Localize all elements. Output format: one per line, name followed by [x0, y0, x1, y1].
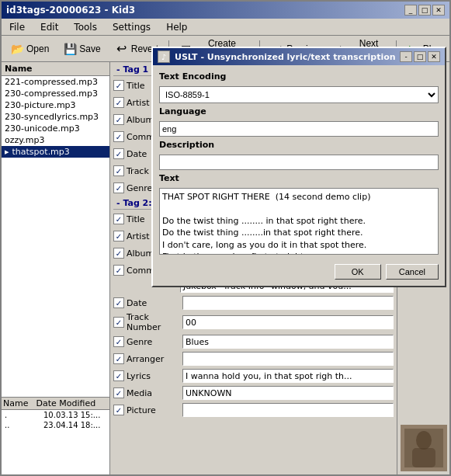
tag1-trackn-checkbox[interactable] — [113, 165, 124, 176]
tag2-tracknum-input[interactable]: 00 — [182, 315, 394, 329]
dialog-minimize[interactable]: - — [400, 51, 412, 62]
description-input[interactable] — [159, 155, 439, 170]
dialog-maximize[interactable]: □ — [414, 51, 426, 62]
dotdot-entry: .. — [5, 421, 43, 429]
dot-date: 10.03.13 15:... — [43, 411, 100, 419]
tag2-arranger-input[interactable] — [182, 352, 394, 366]
bottom-file-panel: Name Date Modified . 10.03.13 15:... .. … — [2, 397, 109, 474]
tag2-genre-checkbox[interactable] — [113, 336, 124, 347]
col-date: Date Modified — [36, 398, 95, 408]
save-label: Save — [79, 43, 100, 54]
tag2-date-checkbox[interactable] — [113, 297, 124, 308]
file-panel-header: Name — [2, 62, 109, 76]
tag2-album-checkbox[interactable] — [113, 248, 124, 259]
tag2-picture-checkbox[interactable] — [113, 405, 124, 415]
dialog-controls: - □ ✕ — [400, 51, 440, 62]
uslt-dialog: ♪ USLT - Unsynchronized lyric/text trans… — [151, 47, 446, 287]
window-controls: _ □ ✕ — [404, 5, 445, 16]
tag2-media-label: Media — [127, 388, 182, 398]
tag2-tracknum-label: Track Number — [127, 312, 182, 332]
list-item[interactable]: 230-unicode.mp3 — [2, 123, 109, 134]
dialog-close[interactable]: ✕ — [428, 51, 440, 62]
open-label: Open — [26, 43, 49, 54]
dot-entry: . — [5, 411, 43, 419]
tag2-genre-row: Genre Blues — [113, 334, 394, 349]
language-label: Language — [159, 106, 439, 116]
file-list: 221-compressed.mp3 230-compressed.mp3 23… — [2, 76, 109, 397]
current-file-indicator: ▸ — [5, 147, 9, 157]
dialog-body: Text Encoding ISO-8859-1 Language Descri… — [153, 65, 445, 261]
tag2-artist-checkbox[interactable] — [113, 231, 124, 241]
list-item-selected[interactable]: ▸ thatspot.mp3 — [2, 146, 109, 158]
maximize-button[interactable]: □ — [418, 5, 431, 16]
tag2-date-row: Date — [113, 295, 394, 311]
list-item[interactable]: 230-picture.mp3 — [2, 99, 109, 111]
dialog-icon: ♪ — [158, 50, 170, 63]
revert-icon — [115, 42, 129, 56]
table-row[interactable]: .. 23.04.14 18:... — [2, 420, 109, 430]
tag1-comment-checkbox[interactable] — [113, 131, 124, 142]
tag1-album-checkbox[interactable] — [113, 114, 124, 125]
current-file-name: thatspot.mp3 — [12, 147, 70, 157]
album-art — [401, 425, 447, 471]
list-item[interactable]: 230-syncedlyrics.mp3 — [2, 111, 109, 123]
ok-button[interactable]: OK — [335, 264, 381, 280]
minimize-button[interactable]: _ — [404, 5, 417, 16]
window-title: id3tags-20000623 - Kid3 — [6, 5, 135, 16]
menu-file[interactable]: File — [5, 20, 29, 34]
dialog-title-text: USLT - Unsynchronized lyric/text transcr… — [175, 52, 400, 62]
menu-settings[interactable]: Settings — [108, 20, 155, 34]
tag1-title-checkbox[interactable] — [113, 80, 124, 91]
text-label: Text — [159, 173, 439, 183]
tag2-media-input[interactable]: UNKNOWN — [182, 386, 394, 400]
bottom-file-header: Name Date Modified — [2, 398, 109, 410]
file-panel: Name 221-compressed.mp3 230-compressed.m… — [2, 62, 110, 474]
tag2-lyrics-input[interactable]: I wanna hold you, in that spot righ th..… — [182, 369, 394, 383]
open-icon — [10, 42, 24, 56]
tag2-title-checkbox[interactable] — [113, 214, 124, 224]
description-label: Description — [159, 140, 439, 150]
menu-help[interactable]: Help — [161, 20, 192, 34]
close-button[interactable]: ✕ — [432, 5, 445, 16]
menu-bar: File Edit Tools Settings Help — [2, 19, 449, 36]
svg-rect-4 — [401, 425, 447, 471]
tag2-genre-input[interactable]: Blues — [182, 335, 394, 349]
list-item[interactable]: 221-compressed.mp3 — [2, 76, 109, 88]
tag2-date-input[interactable] — [182, 296, 394, 310]
open-button[interactable]: Open — [5, 39, 54, 59]
tag1-genre-checkbox[interactable] — [113, 182, 124, 193]
tag2-date-label: Date — [127, 298, 182, 308]
encoding-label: Text Encoding — [159, 71, 439, 82]
save-button[interactable]: Save — [57, 39, 106, 59]
menu-tools[interactable]: Tools — [69, 20, 102, 34]
tag2-tracknum-checkbox[interactable] — [113, 317, 124, 328]
col-name: Name — [3, 398, 28, 408]
title-bar: id3tags-20000623 - Kid3 _ □ ✕ — [2, 2, 449, 19]
tag2-arranger-row: Arranger — [113, 351, 394, 367]
tag1-artist-checkbox[interactable] — [113, 97, 124, 108]
text-area[interactable] — [159, 188, 439, 255]
tag2-lyrics-checkbox[interactable] — [113, 370, 124, 381]
tag2-tracknum-row: Track Number 00 — [113, 312, 394, 332]
tag2-genre-label: Genre — [127, 337, 182, 347]
list-item[interactable]: 230-compressed.mp3 — [2, 88, 109, 99]
tag2-picture-label: Picture — [127, 405, 182, 415]
language-input[interactable] — [159, 121, 439, 137]
encoding-select[interactable]: ISO-8859-1 — [159, 86, 439, 103]
list-item[interactable]: ozzy.mp3 — [2, 134, 109, 146]
tag2-lyrics-label: Lyrics — [127, 371, 182, 381]
tag1-date-checkbox[interactable] — [113, 148, 124, 159]
save-icon — [63, 42, 77, 56]
tag2-media-row: Media UNKNOWN — [113, 385, 394, 401]
tag2-picture-input[interactable] — [182, 403, 394, 417]
tag2-lyrics-row: Lyrics I wanna hold you, in that spot ri… — [113, 368, 394, 384]
menu-edit[interactable]: Edit — [36, 20, 63, 34]
tag2-arranger-checkbox[interactable] — [113, 353, 124, 364]
tag2-media-checkbox[interactable] — [113, 387, 124, 398]
dotdot-date: 23.04.14 18:... — [43, 421, 100, 429]
table-row[interactable]: . 10.03.13 15:... — [2, 410, 109, 420]
tag2-picture-row: Picture — [113, 402, 394, 418]
tag2-comment-checkbox[interactable] — [113, 265, 124, 276]
dialog-footer: OK Cancel — [153, 261, 445, 286]
cancel-button[interactable]: Cancel — [386, 264, 439, 280]
